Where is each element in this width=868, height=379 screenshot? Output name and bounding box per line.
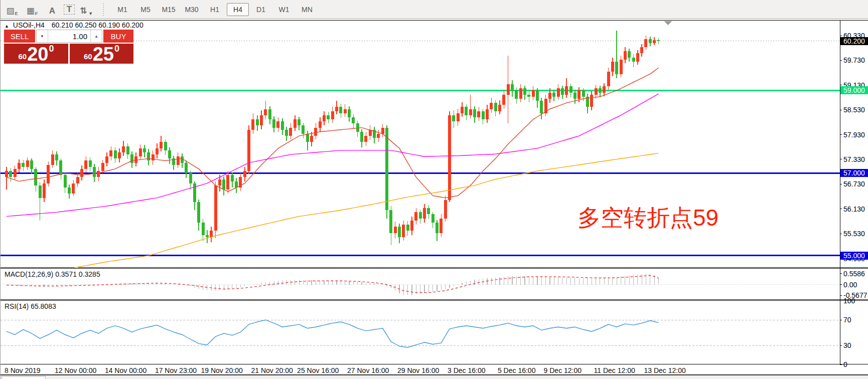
candle-body <box>552 93 555 97</box>
candle-body <box>561 88 564 94</box>
candle-body <box>465 107 468 115</box>
hline-badge-label: 59.000 <box>843 86 865 94</box>
candle-body <box>360 132 363 142</box>
candle-body <box>653 40 656 43</box>
candle-body <box>582 90 585 96</box>
rsi-tick-label: 0 <box>843 360 847 368</box>
ma-slow <box>73 153 658 268</box>
collapse-triangle-icon[interactable]: ▲ <box>5 24 9 29</box>
date-label: 5 Dec 16:00 <box>498 366 536 374</box>
candle-body <box>431 214 435 222</box>
candle-body <box>398 227 401 237</box>
candle-body <box>134 156 137 162</box>
candle-body <box>118 152 121 158</box>
candle-body <box>590 95 593 107</box>
volume-increase-button[interactable]: ▲ <box>90 30 102 42</box>
candle-body <box>515 90 518 98</box>
candle-body <box>202 223 205 235</box>
rsi-tick-label: 30 <box>843 341 851 349</box>
candle-body <box>603 86 606 92</box>
candle-body <box>276 121 279 127</box>
candle-body <box>22 163 25 167</box>
candle-body <box>51 154 54 165</box>
candle-body <box>164 142 167 150</box>
macd-tick-label: 0.00 <box>843 281 857 289</box>
candle-body <box>139 148 142 156</box>
candle-body <box>331 111 334 119</box>
candle-body <box>440 219 443 233</box>
buy-price-display[interactable]: 60 25 0 <box>70 44 133 64</box>
candle-body <box>235 181 238 187</box>
candle-body <box>39 185 42 198</box>
candle-body <box>402 225 405 237</box>
sell-button[interactable]: SELL <box>4 30 36 43</box>
candle-body <box>595 88 598 94</box>
candle-body <box>285 130 288 136</box>
date-label: 8 Nov 2019 <box>5 366 41 374</box>
candle-body <box>147 152 150 160</box>
candle-body <box>448 115 451 200</box>
candle-body <box>323 115 326 121</box>
candle-body <box>423 208 426 219</box>
candle-body <box>126 146 129 154</box>
buy-button[interactable]: BUY <box>102 30 133 43</box>
candle-body <box>414 212 417 220</box>
date-label: 17 Nov 23:00 <box>155 366 197 374</box>
candle-body <box>9 171 12 177</box>
date-label: 14 Nov 00:00 <box>105 366 147 374</box>
candle-body <box>502 95 505 105</box>
candle-body <box>519 88 522 99</box>
ma-fast <box>7 68 659 198</box>
ohlc-quotes-label: 60.210 60.250 60.190 60.200 <box>52 21 143 29</box>
volume-input[interactable]: 1.00 <box>48 30 90 42</box>
candle-body <box>565 86 568 94</box>
candle-body <box>649 39 652 43</box>
chart-shift-marker-icon <box>664 21 672 25</box>
candle-body <box>231 175 234 181</box>
candle-body <box>314 128 317 136</box>
buy-price-pips: 25 <box>93 46 114 63</box>
candle-body <box>436 223 439 233</box>
candle-body <box>486 109 489 120</box>
candle-body <box>306 134 309 142</box>
candle-wick <box>6 167 7 189</box>
candle-body <box>461 107 464 113</box>
rsi-label: RSI(14) 65.8083 <box>5 302 56 310</box>
price-tick-label: 59.730 <box>843 56 865 64</box>
macd-tick-label: 0.5586 <box>843 270 865 278</box>
volume-decrease-button[interactable]: ▼ <box>37 30 48 42</box>
current-price-badge-label: 60.200 <box>843 37 865 45</box>
candle-body <box>490 103 493 109</box>
candle-body <box>557 88 560 96</box>
candle-body <box>394 227 397 233</box>
candle-body <box>348 109 351 117</box>
candle-body <box>59 160 62 175</box>
candle-body <box>193 183 196 202</box>
annotation-text: 多空转折点59 <box>577 203 718 234</box>
candle-body <box>72 183 75 194</box>
candle-body <box>473 109 476 117</box>
price-tick-label: 58.530 <box>843 106 865 114</box>
candle-body <box>34 169 37 185</box>
candle-body <box>89 160 92 166</box>
rsi-tick-label: 70 <box>843 316 851 324</box>
candle-body <box>97 171 100 177</box>
price-tick-label: 55.530 <box>843 230 865 238</box>
sell-price-display[interactable]: 60 20 0 <box>4 44 70 64</box>
candle-body <box>457 113 460 121</box>
candle-body <box>319 121 322 127</box>
price-tick-label: 57.330 <box>843 155 865 163</box>
candle-body <box>406 225 409 231</box>
candle-body <box>611 62 614 72</box>
candle-body <box>444 200 447 219</box>
candle-body <box>527 95 530 97</box>
candle-body <box>511 84 514 90</box>
date-label: 3 Dec 16:00 <box>448 366 486 374</box>
candle-body <box>381 128 384 134</box>
candle-body <box>122 146 125 152</box>
date-label: 21 Nov 20:00 <box>251 366 293 374</box>
candle-body <box>160 142 163 148</box>
candle-body <box>577 90 581 98</box>
chart-tab[interactable] <box>2 376 46 379</box>
candle-body <box>5 171 8 177</box>
